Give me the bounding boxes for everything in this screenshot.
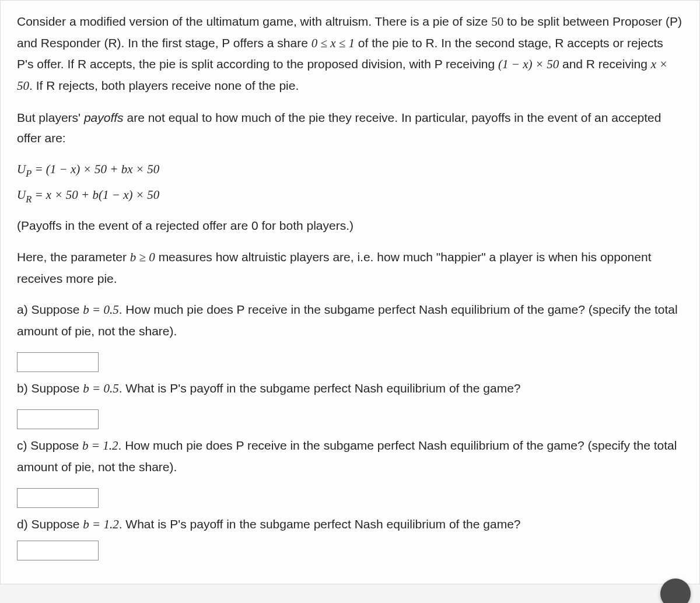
answer-input-b[interactable] [17, 409, 99, 429]
question-b: b) Suppose b = 0.5. What is P's payoff i… [17, 378, 683, 430]
text: . If R rejects, both players receive non… [29, 79, 299, 92]
question-page: Consider a modified version of the ultim… [0, 0, 700, 584]
text: and R receiving [559, 57, 651, 71]
answer-input-c[interactable] [17, 488, 99, 508]
math-expr: 0 ≤ x ≤ 1 [312, 36, 355, 50]
question-d: d) Suppose b = 1.2. What is P's payoff i… [17, 514, 683, 561]
share-condition: 0 ≤ x ≤ 1 [312, 36, 355, 50]
payoffs-intro: But players' payoffs are not equal to ho… [17, 107, 683, 149]
r-subscript: R [26, 194, 32, 205]
payoffs-word: payoffs [84, 111, 124, 124]
text: Here, the parameter [17, 250, 130, 264]
pie-size: 50 [491, 15, 503, 29]
up-rhs: = (1 − x) × 50 + bx × 50 [32, 162, 159, 176]
answer-input-d[interactable] [17, 541, 99, 560]
b-value: b = 0.5 [83, 381, 118, 395]
equation-up: UP = (1 − x) × 50 + bx × 50 [17, 159, 683, 181]
question-b-text: b) Suppose b = 0.5. What is P's payoff i… [17, 378, 683, 399]
text: Consider a modified version of the ultim… [17, 15, 491, 28]
u-symbol: U [17, 188, 26, 202]
b-value: b = 1.2 [83, 517, 118, 531]
text: c) Suppose [17, 439, 82, 452]
b-value: b = 0.5 [83, 303, 118, 317]
u-symbol: U [17, 162, 26, 176]
p-receives: (1 − x) × 50 [498, 57, 559, 71]
question-a-text: a) Suppose b = 0.5. How much pie does P … [17, 299, 683, 341]
math-expr: (1 − x) × 50 [498, 57, 559, 71]
text: But players' [17, 111, 84, 124]
text: d) Suppose [17, 517, 83, 531]
p-subscript: P [26, 168, 32, 179]
text: a) Suppose [17, 303, 83, 316]
text: . What is P's payoff in the subgame perf… [119, 381, 521, 395]
intro-paragraph: Consider a modified version of the ultim… [17, 11, 683, 97]
question-c: c) Suppose b = 1.2. How much pie does P … [17, 435, 683, 507]
question-c-text: c) Suppose b = 1.2. How much pie does P … [17, 435, 683, 477]
b-value: b = 1.2 [82, 439, 118, 453]
question-a: a) Suppose b = 0.5. How much pie does P … [17, 299, 683, 371]
reject-note: (Payoffs in the event of a rejected offe… [17, 215, 683, 236]
equation-ur: UR = x × 50 + b(1 − x) × 50 [17, 185, 683, 207]
text: . What is P's payoff in the subgame perf… [119, 517, 521, 531]
question-d-text: d) Suppose b = 1.2. What is P's payoff i… [17, 514, 683, 535]
text: b) Suppose [17, 381, 83, 395]
altruism-paragraph: Here, the parameter b ≥ 0 measures how a… [17, 247, 683, 289]
ur-rhs: = x × 50 + b(1 − x) × 50 [32, 188, 159, 202]
answer-input-a[interactable] [17, 352, 99, 372]
b-condition: b ≥ 0 [130, 250, 155, 264]
